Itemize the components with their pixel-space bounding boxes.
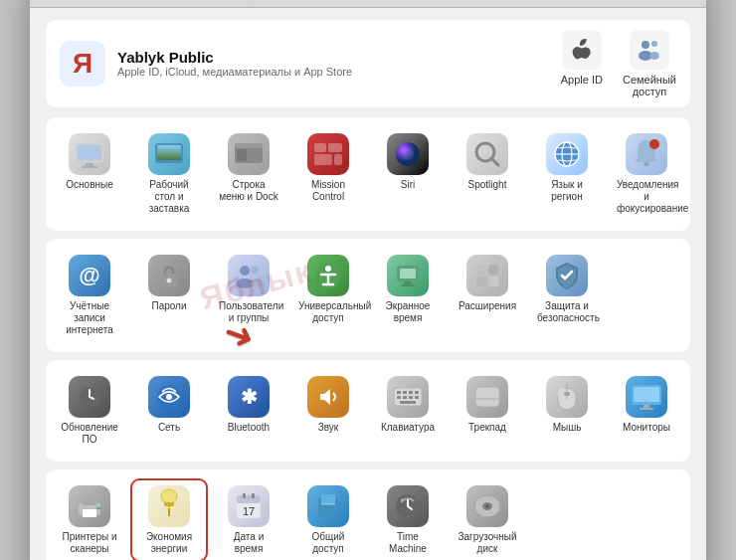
icon-item-lang[interactable]: Язык и регион [529,127,605,221]
icon-img-startup [466,485,508,527]
icon-item-mission[interactable]: Mission Control [290,127,366,221]
icon-img-notif [626,133,667,175]
family-label: Семейный доступ [623,74,676,97]
icon-label-sharing: Общий доступ [298,531,358,555]
icon-label-security: Защита и безопасность [537,300,597,324]
apple-id-icon [562,30,602,70]
icon-label-pass: Пароли [151,300,186,312]
icon-item-empty2 [529,479,605,561]
icon-item-accounts[interactable]: @Учётные записи интернета [52,249,127,342]
icon-item-energy[interactable]: Экономия энергии [131,479,207,561]
icon-item-network[interactable]: Сеть [131,370,207,452]
icon-item-security[interactable]: Защита и безопасность [529,249,605,342]
svg-point-28 [167,278,172,282]
icon-section-2: Обновление ПОСеть✱BluetoothЗвукКлавиатур… [46,360,690,462]
icon-img-mouse [546,376,588,418]
icon-item-timemachine[interactable]: Time Machine [370,479,446,561]
svg-rect-37 [401,284,415,286]
icon-item-spotlight[interactable]: Spotlight [450,127,525,221]
svg-line-20 [491,158,498,165]
icon-item-notif[interactable]: Уведомления и фокусирование [609,127,684,221]
svg-point-45 [166,394,172,400]
icons-grid-2: Обновление ПОСеть✱BluetoothЗвукКлавиатур… [52,370,684,452]
svg-rect-77 [243,493,246,498]
icon-img-menu [228,133,270,175]
icon-item-monitor[interactable]: Мониторы [609,370,684,452]
icon-label-accounts: Учётные записи интернета [60,300,119,336]
icon-item-osnov[interactable]: Основные [52,127,127,221]
icon-label-date: Дата и время [219,531,278,555]
svg-point-18 [402,148,414,160]
content-area: Яблык ➜ Я Yablyk Public Apple ID, iCloud… [30,8,706,561]
profile-info: Yablyk Public Apple ID, iCloud, медиамат… [117,49,352,78]
icon-img-osnov [69,133,110,175]
icon-item-empty1 [609,249,684,342]
svg-rect-13 [314,143,326,152]
icon-item-trackpad[interactable]: Трекпад [450,370,525,452]
svg-rect-64 [634,387,659,402]
icon-label-network: Сеть [158,422,180,434]
icon-item-menu[interactable]: Строка меню и Dock [211,127,286,221]
profile-desc: Apple ID, iCloud, медиаматериалы и App S… [117,66,352,78]
svg-rect-40 [488,265,498,275]
icon-label-extensions: Расширения [459,300,516,312]
svg-rect-65 [644,405,649,408]
icon-img-energy [148,485,190,527]
icon-img-network [148,376,190,418]
svg-rect-61 [564,392,570,396]
icon-img-timemachine [387,485,429,527]
icon-item-printer[interactable]: Принтеры и сканеры [52,479,127,561]
icon-img-security [546,255,588,296]
icon-item-date[interactable]: 17Дата и время [211,479,286,561]
icon-item-siri[interactable]: Siri [370,127,446,221]
family-svg [636,36,663,64]
icon-item-universal[interactable]: Универсальный доступ [290,249,366,342]
icon-item-screentime[interactable]: Экранное время [370,249,446,342]
svg-rect-11 [235,143,263,148]
icon-label-menu: Строка меню и Dock [219,179,278,203]
icon-label-sound: Звук [318,422,339,434]
icon-label-keyboard: Клавиатура [381,422,435,434]
family-action[interactable]: Семейный доступ [623,30,676,97]
icon-label-desk: Рабочий стол и заставка [139,179,199,215]
icon-img-users [228,255,270,296]
svg-point-1 [651,41,657,47]
svg-rect-41 [476,277,486,286]
profile-actions: Apple ID Семейный доступ [561,30,676,97]
icon-item-users[interactable]: Пользователи и группы [211,249,286,342]
apple-id-action[interactable]: Apple ID [561,30,603,97]
icon-img-lang [546,133,588,175]
icon-img-extensions [466,255,508,296]
svg-rect-49 [409,391,413,394]
icons-container: ОсновныеРабочий стол и заставкаСтрока ме… [46,117,690,561]
svg-rect-75 [237,495,261,503]
svg-rect-68 [83,497,96,505]
profile-row: Я Yablyk Public Apple ID, iCloud, медиам… [46,20,690,107]
icon-item-bluetooth[interactable]: ✱Bluetooth [211,370,286,452]
icon-label-trackpad: Трекпад [468,422,506,434]
icon-item-startup[interactable]: Загрузочный диск [450,479,525,561]
apple-logo-svg [569,37,595,63]
icon-item-desk[interactable]: Рабочий стол и заставка [131,127,207,221]
icon-item-sound[interactable]: Звук [290,370,366,452]
icon-label-lang: Язык и регион [551,179,583,203]
icon-item-extensions[interactable]: Расширения [450,249,525,342]
icon-item-keyboard[interactable]: Клавиатура [370,370,446,452]
icon-item-sharing[interactable]: Общий доступ [290,479,366,561]
svg-point-29 [240,266,250,276]
icon-img-desk [148,133,190,175]
svg-rect-72 [164,502,174,506]
main-window: ‹ › Системные настройки 🔍 Яблык ➜ Я [30,0,706,560]
icon-item-mouse[interactable]: Мышь [529,370,605,452]
svg-rect-52 [403,396,407,399]
icon-item-update[interactable]: Обновление ПО [52,370,127,452]
icon-img-sharing [307,485,349,527]
svg-text:17: 17 [243,505,255,517]
icon-img-siri [387,133,429,175]
svg-rect-7 [82,166,97,168]
icon-label-users: Пользователи и группы [219,300,278,324]
icon-img-date: 17 [228,485,270,527]
icon-item-pass[interactable]: Пароли [131,249,207,342]
icon-label-update: Обновление ПО [60,422,119,446]
svg-rect-16 [334,154,342,165]
